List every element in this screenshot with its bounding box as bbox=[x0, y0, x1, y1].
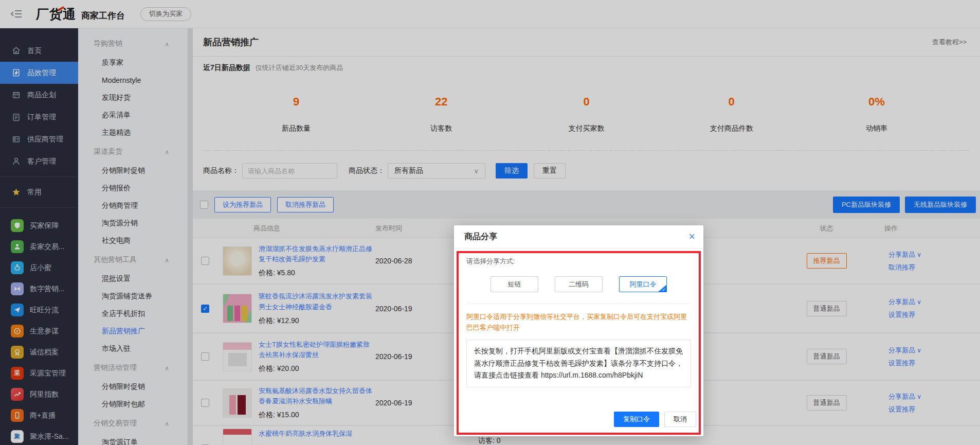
copy-token-button[interactable]: 复制口令 bbox=[614, 412, 659, 427]
share-option-shortlink[interactable]: 短链 bbox=[491, 276, 538, 292]
modal-title: 商品分享 bbox=[464, 232, 497, 242]
cancel-button[interactable]: 取消 bbox=[664, 412, 696, 427]
share-method-prompt: 请选择分享方式: bbox=[466, 257, 691, 266]
selected-check-icon bbox=[658, 284, 667, 292]
share-option-qrcode[interactable]: 二维码 bbox=[555, 276, 603, 292]
share-modal: 商品分享 × 请选择分享方式: 短链 二维码 阿里口令 阿里口令适用于分享到微信… bbox=[454, 225, 703, 436]
close-icon[interactable]: × bbox=[688, 231, 695, 242]
modal-divider bbox=[466, 304, 691, 304]
share-token-text[interactable]: 长按复制，打开手机阿里新版或支付宝查看【滑溜溜抓不住发膜免蒸水疗顺滑正品修复干枯… bbox=[466, 340, 691, 387]
share-option-ali-token[interactable]: 阿里口令 bbox=[619, 276, 667, 292]
token-notice-text: 阿里口令适用于分享到微信等社交平台，买家复制口令后可在支付宝或阿里巴巴客户端中打… bbox=[466, 311, 691, 333]
